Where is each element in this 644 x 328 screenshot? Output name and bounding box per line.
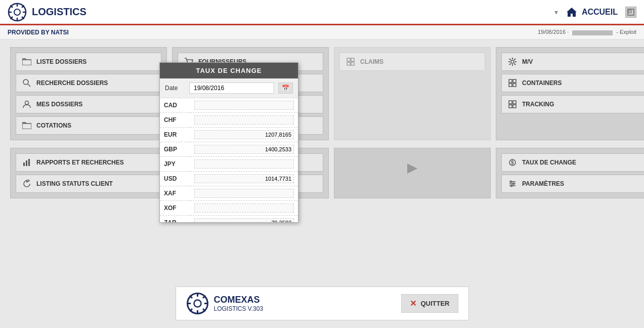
- quit-x-icon: ✕: [410, 299, 416, 308]
- footer-logo-icon: [186, 292, 209, 315]
- cotations-button[interactable]: COTATIONS: [16, 116, 161, 135]
- accueil-label: ACCUEIL: [582, 8, 618, 17]
- currency-code: ZAR: [160, 216, 190, 223]
- footer-logo: COMEXAS LOGISTICS V.303: [186, 292, 264, 315]
- currency-input[interactable]: [194, 115, 294, 125]
- tracking-label: TRACKING: [522, 101, 554, 108]
- currency-input[interactable]: [194, 189, 294, 198]
- footer-logo-text: COMEXAS LOGISTICS V.303: [214, 295, 264, 312]
- svg-text:$: $: [511, 160, 514, 166]
- currency-input[interactable]: [194, 203, 294, 213]
- provided-by: PROVIDED BY NATSI: [8, 29, 69, 36]
- header: LOGISTICS ▾ ACCUEIL: [0, 0, 644, 25]
- taux-row: CHF: [160, 113, 298, 128]
- quit-button[interactable]: ✕ QUITTER: [401, 294, 458, 313]
- svg-rect-51: [23, 162, 25, 166]
- dropdown-arrow-icon[interactable]: ▾: [554, 8, 558, 16]
- currency-input[interactable]: [194, 218, 294, 222]
- panel-rapports: RAPPORTS ET RECHERCHES LISTING STATUTS C…: [10, 148, 167, 198]
- taux-date-input[interactable]: [189, 83, 274, 94]
- taux-de-change-modal: TAUX DE CHANGE Date 📅 CADCHFEURGBPJPYUSD…: [159, 62, 298, 223]
- panel-mv: M/V CONTAINERS TRACKING: [496, 47, 644, 140]
- currency-value[interactable]: [190, 128, 298, 142]
- tracking-button[interactable]: TRACKING: [501, 95, 644, 113]
- svg-point-34: [511, 60, 514, 63]
- taux-row: JPY: [160, 157, 298, 172]
- svg-point-66: [510, 185, 512, 187]
- panel-claims: CLAIMS: [334, 47, 491, 140]
- currency-input[interactable]: [194, 101, 294, 110]
- claims-button[interactable]: CLAIMS: [339, 53, 485, 71]
- svg-point-64: [510, 181, 512, 183]
- svg-rect-46: [513, 84, 516, 87]
- currency-value[interactable]: [190, 172, 298, 186]
- currency-value[interactable]: [190, 216, 298, 223]
- containers-icon: [508, 78, 517, 88]
- svg-rect-16: [22, 124, 31, 129]
- svg-point-13: [23, 79, 28, 85]
- svg-rect-12: [22, 60, 31, 65]
- currency-value[interactable]: [190, 98, 298, 113]
- taux-table-container[interactable]: CADCHFEURGBPJPYUSDXAFXOFZARZMW: [160, 98, 298, 222]
- taux-row: USD: [160, 172, 298, 186]
- claims-label: CLAIMS: [360, 58, 383, 65]
- taux-label: TAUX DE CHANGE: [522, 159, 576, 166]
- svg-rect-11: [629, 10, 631, 13]
- svg-point-65: [512, 183, 514, 185]
- logo-icon: [8, 3, 27, 22]
- minimize-button[interactable]: [625, 7, 636, 18]
- currency-code: EUR: [160, 128, 190, 142]
- app-name: COMEXAS: [214, 295, 264, 305]
- currency-value[interactable]: [190, 186, 298, 201]
- currency-value[interactable]: [190, 113, 298, 128]
- svg-rect-50: [513, 105, 516, 108]
- recherche-dossiers-button[interactable]: RECHERCHE DOSSIERS: [16, 74, 161, 92]
- currency-input[interactable]: [194, 159, 294, 169]
- currency-value[interactable]: [190, 142, 298, 157]
- parametres-label: PARAMÈTRES: [522, 180, 564, 187]
- listing-button[interactable]: LISTING STATUTS CLIENT: [16, 175, 161, 193]
- currency-code: XOF: [160, 201, 190, 216]
- menu-grid-bottom: RAPPORTS ET RECHERCHES LISTING STATUTS C…: [10, 148, 634, 198]
- currency-input[interactable]: [194, 145, 294, 154]
- rapports-button[interactable]: RAPPORTS ET RECHERCHES: [16, 153, 161, 172]
- svg-line-40: [514, 64, 516, 65]
- calendar-button[interactable]: 📅: [278, 83, 293, 94]
- svg-line-39: [509, 59, 511, 60]
- recherche-dossiers-label: RECHERCHE DOSSIERS: [36, 79, 108, 87]
- svg-point-15: [25, 101, 29, 105]
- currency-value[interactable]: [190, 201, 298, 216]
- liste-dossiers-label: LISTE DOSSIERS: [36, 58, 87, 65]
- currency-input[interactable]: [194, 130, 294, 139]
- taux-row: XOF: [160, 201, 298, 216]
- currency-code: USD: [160, 172, 190, 186]
- mes-dossiers-label: MES DOSSIERS: [36, 101, 82, 108]
- currency-input[interactable]: [194, 174, 294, 183]
- svg-rect-47: [509, 101, 512, 104]
- liste-dossiers-button[interactable]: LISTE DOSSIERS: [16, 53, 161, 71]
- accueil-nav[interactable]: ACCUEIL: [566, 6, 618, 18]
- currency-code: CAD: [160, 98, 190, 113]
- taux-de-change-button[interactable]: $ TAUX DE CHANGE: [501, 153, 644, 172]
- svg-rect-53: [28, 159, 30, 166]
- subheader: PROVIDED BY NATSI 19/08/2016 · - Exploit: [0, 25, 644, 39]
- search-icon: [22, 78, 31, 88]
- mv-button[interactable]: M/V: [501, 53, 644, 71]
- menu-grid-top: LISTE DOSSIERS RECHERCHE DOSSIERS MES DO…: [10, 47, 634, 140]
- containers-button[interactable]: CONTAINERS: [501, 74, 644, 92]
- svg-rect-45: [509, 84, 512, 87]
- settings-icon: [508, 57, 517, 66]
- panel-taux: $ TAUX DE CHANGE PARAMÈTRES: [496, 148, 644, 198]
- taux-row: CAD: [160, 98, 298, 113]
- claims-icon: [346, 57, 355, 66]
- parametres-button[interactable]: PARAMÈTRES: [501, 175, 644, 193]
- app-version: LOGISTICS V.303: [214, 305, 264, 312]
- cotations-folder-icon: [22, 121, 31, 130]
- app-title: LOGISTICS: [32, 6, 87, 18]
- currency-value[interactable]: [190, 157, 298, 172]
- svg-point-1: [14, 9, 20, 15]
- svg-rect-32: [347, 62, 350, 65]
- sliders-icon: [508, 179, 517, 188]
- refresh-icon: [22, 179, 31, 188]
- mes-dossiers-button[interactable]: MES DOSSIERS: [16, 95, 161, 113]
